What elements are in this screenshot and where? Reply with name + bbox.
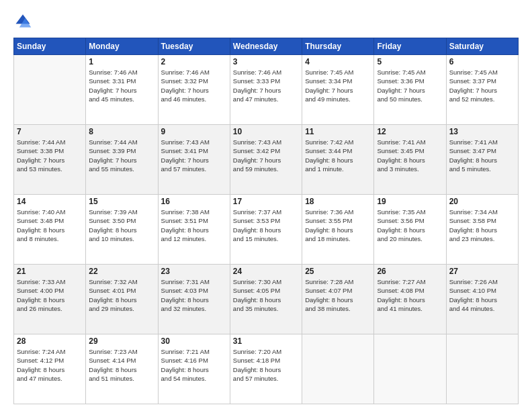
day-number: 3 xyxy=(233,57,299,66)
day-info: Sunrise: 7:27 AM Sunset: 4:08 PM Dayligh… xyxy=(377,277,443,313)
day-info: Sunrise: 7:23 AM Sunset: 4:14 PM Dayligh… xyxy=(89,347,154,383)
day-info: Sunrise: 7:45 AM Sunset: 3:36 PM Dayligh… xyxy=(377,68,443,103)
day-info: Sunrise: 7:20 AM Sunset: 4:18 PM Dayligh… xyxy=(233,347,299,383)
calendar-day-cell: 3Sunrise: 7:46 AM Sunset: 3:33 PM Daylig… xyxy=(230,55,302,125)
calendar-day-cell xyxy=(374,334,446,404)
logo xyxy=(13,12,35,31)
calendar-day-cell: 26Sunrise: 7:27 AM Sunset: 4:08 PM Dayli… xyxy=(374,265,446,334)
col-header-tuesday: Tuesday xyxy=(158,38,230,55)
day-number: 29 xyxy=(89,336,154,346)
calendar-day-cell: 5Sunrise: 7:45 AM Sunset: 3:36 PM Daylig… xyxy=(374,55,446,125)
day-number: 17 xyxy=(233,197,299,206)
day-info: Sunrise: 7:37 AM Sunset: 3:53 PM Dayligh… xyxy=(233,208,299,243)
day-number: 5 xyxy=(377,57,443,66)
day-info: Sunrise: 7:46 AM Sunset: 3:31 PM Dayligh… xyxy=(89,68,154,103)
day-number: 4 xyxy=(305,57,371,66)
day-number: 12 xyxy=(377,127,443,136)
calendar-header-row: SundayMondayTuesdayWednesdayThursdayFrid… xyxy=(14,38,519,55)
day-info: Sunrise: 7:43 AM Sunset: 3:41 PM Dayligh… xyxy=(161,138,227,173)
day-number: 15 xyxy=(89,197,154,206)
day-info: Sunrise: 7:40 AM Sunset: 3:48 PM Dayligh… xyxy=(17,208,83,243)
calendar-day-cell: 24Sunrise: 7:30 AM Sunset: 4:05 PM Dayli… xyxy=(230,265,302,334)
day-number: 24 xyxy=(233,267,299,276)
calendar-week-row: 14Sunrise: 7:40 AM Sunset: 3:48 PM Dayli… xyxy=(14,195,519,265)
day-info: Sunrise: 7:44 AM Sunset: 3:39 PM Dayligh… xyxy=(89,138,154,173)
calendar-day-cell: 1Sunrise: 7:46 AM Sunset: 3:31 PM Daylig… xyxy=(86,55,158,125)
day-info: Sunrise: 7:32 AM Sunset: 4:01 PM Dayligh… xyxy=(89,277,154,313)
calendar-day-cell: 22Sunrise: 7:32 AM Sunset: 4:01 PM Dayli… xyxy=(86,265,158,334)
day-info: Sunrise: 7:45 AM Sunset: 3:34 PM Dayligh… xyxy=(305,68,371,103)
day-info: Sunrise: 7:46 AM Sunset: 3:32 PM Dayligh… xyxy=(161,68,227,103)
day-info: Sunrise: 7:30 AM Sunset: 4:05 PM Dayligh… xyxy=(233,277,299,313)
day-info: Sunrise: 7:45 AM Sunset: 3:37 PM Dayligh… xyxy=(449,68,515,103)
day-info: Sunrise: 7:35 AM Sunset: 3:56 PM Dayligh… xyxy=(377,208,443,243)
header xyxy=(13,12,519,31)
calendar-day-cell: 12Sunrise: 7:41 AM Sunset: 3:45 PM Dayli… xyxy=(374,125,446,195)
day-number: 6 xyxy=(449,57,515,66)
day-number: 8 xyxy=(89,127,154,136)
day-info: Sunrise: 7:41 AM Sunset: 3:45 PM Dayligh… xyxy=(377,138,443,173)
day-info: Sunrise: 7:24 AM Sunset: 4:12 PM Dayligh… xyxy=(17,347,83,383)
calendar-week-row: 21Sunrise: 7:33 AM Sunset: 4:00 PM Dayli… xyxy=(14,265,519,334)
calendar-day-cell xyxy=(446,334,518,404)
day-info: Sunrise: 7:42 AM Sunset: 3:44 PM Dayligh… xyxy=(305,138,371,173)
col-header-saturday: Saturday xyxy=(446,38,518,55)
calendar-day-cell: 10Sunrise: 7:43 AM Sunset: 3:42 PM Dayli… xyxy=(230,125,302,195)
day-number: 19 xyxy=(377,197,443,206)
calendar-day-cell: 9Sunrise: 7:43 AM Sunset: 3:41 PM Daylig… xyxy=(158,125,230,195)
calendar-day-cell: 8Sunrise: 7:44 AM Sunset: 3:39 PM Daylig… xyxy=(86,125,158,195)
day-info: Sunrise: 7:36 AM Sunset: 3:55 PM Dayligh… xyxy=(305,208,371,243)
calendar-day-cell: 23Sunrise: 7:31 AM Sunset: 4:03 PM Dayli… xyxy=(158,265,230,334)
day-info: Sunrise: 7:34 AM Sunset: 3:58 PM Dayligh… xyxy=(449,208,515,243)
day-info: Sunrise: 7:21 AM Sunset: 4:16 PM Dayligh… xyxy=(161,347,227,383)
day-number: 16 xyxy=(161,197,227,206)
calendar-day-cell: 2Sunrise: 7:46 AM Sunset: 3:32 PM Daylig… xyxy=(158,55,230,125)
col-header-thursday: Thursday xyxy=(302,38,374,55)
day-info: Sunrise: 7:44 AM Sunset: 3:38 PM Dayligh… xyxy=(17,138,83,173)
calendar-day-cell xyxy=(302,334,374,404)
calendar-day-cell: 11Sunrise: 7:42 AM Sunset: 3:44 PM Dayli… xyxy=(302,125,374,195)
calendar-day-cell: 4Sunrise: 7:45 AM Sunset: 3:34 PM Daylig… xyxy=(302,55,374,125)
calendar-day-cell: 7Sunrise: 7:44 AM Sunset: 3:38 PM Daylig… xyxy=(14,125,86,195)
calendar-day-cell: 15Sunrise: 7:39 AM Sunset: 3:50 PM Dayli… xyxy=(86,195,158,265)
calendar-day-cell: 6Sunrise: 7:45 AM Sunset: 3:37 PM Daylig… xyxy=(446,55,518,125)
calendar-week-row: 7Sunrise: 7:44 AM Sunset: 3:38 PM Daylig… xyxy=(14,125,519,195)
calendar-day-cell: 20Sunrise: 7:34 AM Sunset: 3:58 PM Dayli… xyxy=(446,195,518,265)
day-number: 1 xyxy=(89,57,154,66)
day-number: 30 xyxy=(161,336,227,346)
calendar-day-cell: 30Sunrise: 7:21 AM Sunset: 4:16 PM Dayli… xyxy=(158,334,230,404)
col-header-monday: Monday xyxy=(86,38,158,55)
day-info: Sunrise: 7:39 AM Sunset: 3:50 PM Dayligh… xyxy=(89,208,154,243)
day-number: 25 xyxy=(305,267,371,276)
day-number: 7 xyxy=(17,127,83,136)
calendar-day-cell: 28Sunrise: 7:24 AM Sunset: 4:12 PM Dayli… xyxy=(14,334,86,404)
day-number: 23 xyxy=(161,267,227,276)
day-number: 18 xyxy=(305,197,371,206)
day-number: 28 xyxy=(17,336,83,346)
calendar-day-cell: 19Sunrise: 7:35 AM Sunset: 3:56 PM Dayli… xyxy=(374,195,446,265)
day-number: 9 xyxy=(161,127,227,136)
calendar-week-row: 1Sunrise: 7:46 AM Sunset: 3:31 PM Daylig… xyxy=(14,55,519,125)
col-header-friday: Friday xyxy=(374,38,446,55)
day-info: Sunrise: 7:46 AM Sunset: 3:33 PM Dayligh… xyxy=(233,68,299,103)
calendar-day-cell: 16Sunrise: 7:38 AM Sunset: 3:51 PM Dayli… xyxy=(158,195,230,265)
day-info: Sunrise: 7:31 AM Sunset: 4:03 PM Dayligh… xyxy=(161,277,227,313)
day-number: 20 xyxy=(449,197,515,206)
calendar-day-cell: 25Sunrise: 7:28 AM Sunset: 4:07 PM Dayli… xyxy=(302,265,374,334)
day-number: 14 xyxy=(17,197,83,206)
day-number: 31 xyxy=(233,336,299,346)
calendar-day-cell: 17Sunrise: 7:37 AM Sunset: 3:53 PM Dayli… xyxy=(230,195,302,265)
day-number: 13 xyxy=(449,127,515,136)
day-number: 21 xyxy=(17,267,83,276)
day-number: 2 xyxy=(161,57,227,66)
day-info: Sunrise: 7:28 AM Sunset: 4:07 PM Dayligh… xyxy=(305,277,371,313)
day-info: Sunrise: 7:43 AM Sunset: 3:42 PM Dayligh… xyxy=(233,138,299,173)
col-header-wednesday: Wednesday xyxy=(230,38,302,55)
day-info: Sunrise: 7:38 AM Sunset: 3:51 PM Dayligh… xyxy=(161,208,227,243)
day-number: 22 xyxy=(89,267,154,276)
calendar-day-cell: 29Sunrise: 7:23 AM Sunset: 4:14 PM Dayli… xyxy=(86,334,158,404)
day-number: 11 xyxy=(305,127,371,136)
page: SundayMondayTuesdayWednesdayThursdayFrid… xyxy=(0,0,532,411)
calendar-week-row: 28Sunrise: 7:24 AM Sunset: 4:12 PM Dayli… xyxy=(14,334,519,404)
day-number: 27 xyxy=(449,267,515,276)
